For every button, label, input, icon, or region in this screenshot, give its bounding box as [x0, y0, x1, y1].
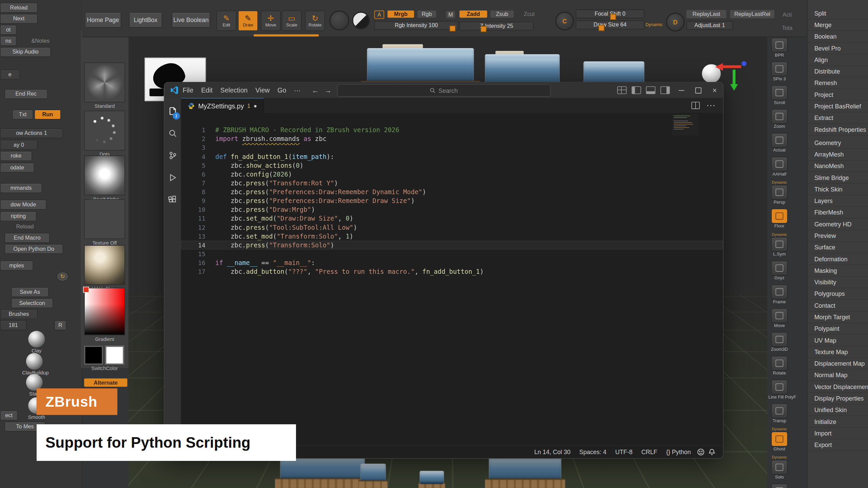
tool-subpalette-item-polygroups[interactable]: Polygroups — [808, 288, 868, 300]
left-panel-button-open-python-do[interactable]: Open Python Do — [4, 244, 63, 254]
rotate-button[interactable]: ↻Rotate — [305, 11, 325, 31]
tool-menu-item-project-basrelief[interactable]: Project BasRelief — [808, 101, 868, 112]
run-debug-icon[interactable] — [164, 166, 181, 188]
left-panel-button-reload[interactable]: Reload — [4, 222, 45, 232]
left-panel-button-r[interactable]: R — [54, 320, 66, 330]
extensions-icon[interactable] — [164, 189, 181, 211]
tool-menu-item-remesh[interactable]: Remesh — [808, 78, 868, 89]
shelf-button-aahalf[interactable]: AAHalf — [768, 157, 790, 177]
left-panel-button-selecticon[interactable]: SelectIcon — [11, 298, 53, 308]
m-button[interactable]: M — [446, 11, 455, 18]
status-crlf[interactable]: CRLF — [637, 449, 662, 455]
tool-subpalette-item-display-properties[interactable]: Display Properties — [808, 393, 868, 404]
model-bottom-right[interactable] — [485, 454, 565, 488]
home-page-button[interactable]: Home Page — [85, 12, 121, 28]
code-line-15[interactable]: 15 — [181, 249, 723, 258]
shelf-button-rotate[interactable]: Rotate — [768, 356, 790, 376]
status-utf-8[interactable]: UTF-8 — [611, 449, 637, 455]
tool-subpalette-item-initialize[interactable]: Initialize — [808, 416, 868, 428]
tool-subpalette-item-preview[interactable]: Preview — [808, 230, 868, 242]
shelf-button-solo[interactable]: DynamicSolo — [768, 455, 790, 480]
left-panel-button-item[interactable]: ↻ — [57, 272, 69, 282]
tool-subpalette-item-nanomesh[interactable]: NanoMesh — [808, 160, 868, 172]
draw-size-slider[interactable]: Draw Size 64 — [576, 20, 644, 29]
cut-button-bottom[interactable]: Tota — [777, 24, 797, 32]
left-panel-button-next[interactable]: Next — [0, 14, 38, 24]
brush-strip-item-texture-off[interactable]: Texture Off — [84, 199, 125, 246]
menu-edit[interactable]: Edit — [197, 86, 217, 94]
nav-forward-icon[interactable]: → — [324, 86, 332, 94]
zcut-button[interactable]: Zcut — [519, 11, 539, 18]
shelf-button-xpose[interactable]: Xpose — [768, 484, 790, 488]
tool-subpalette-item-visibility[interactable]: Visibility — [808, 277, 868, 288]
tool-subpalette-item-geometry-hd[interactable]: Geometry HD — [808, 219, 868, 230]
tool-subpalette-item-contact[interactable]: Contact — [808, 300, 868, 311]
code-line-2[interactable]: 2import zbrush.commands as zbc — [181, 135, 723, 143]
left-panel-button-dow-mode[interactable]: dow Mode — [0, 200, 46, 209]
tool-menu-item-boolean[interactable]: Boolean — [808, 31, 868, 42]
brush-strip-item-alternate[interactable]: Alternate — [84, 379, 125, 387]
focal-shift-knob[interactable] — [610, 14, 616, 20]
brush-strip-item-switchcolor[interactable]: SwitchColor — [84, 346, 125, 371]
focal-shift-slider[interactable]: Focal Shift 0 — [576, 9, 644, 18]
mrgb-button[interactable]: Mrgb — [388, 11, 414, 18]
code-line-6[interactable]: 6 zbc.config(2026) — [181, 170, 723, 179]
rgb-button[interactable]: Rgb — [417, 11, 436, 18]
notifications-bell-icon[interactable] — [706, 448, 717, 456]
tool-menu-item-bevel-pro[interactable]: Bevel Pro — [808, 43, 868, 54]
left-panel-button-end-rec[interactable]: End Rec — [4, 89, 47, 99]
left-panel-button-notes[interactable]: &Notes — [23, 36, 58, 46]
tool-menu-item-project[interactable]: Project — [808, 89, 868, 101]
a-chip-button[interactable]: A — [374, 11, 384, 19]
left-panel-button-skip-audio[interactable]: Skip Audio — [0, 47, 51, 57]
tool-subpalette-item-uv-map[interactable]: UV Map — [808, 335, 868, 346]
search-input[interactable]: Search — [337, 84, 550, 97]
toggle-sidebar-right-icon[interactable] — [660, 86, 670, 94]
tool-menu-item-distribute[interactable]: Distribute — [808, 66, 868, 77]
code-line-11[interactable]: 11 zbc.set_mod("Draw:Draw Size", 0) — [181, 214, 723, 223]
tool-subpalette-item-texture-map[interactable]: Texture Map — [808, 346, 868, 358]
source-control-icon[interactable] — [164, 144, 181, 166]
left-panel-button-save-as[interactable]: Save As — [11, 287, 49, 297]
search-view-icon[interactable] — [164, 122, 181, 144]
left-panel-button-ect[interactable]: ect — [0, 410, 18, 420]
left-panel-button-mmands[interactable]: mmands — [0, 183, 42, 193]
menu-selection[interactable]: Selection — [216, 86, 251, 94]
lightbox-button[interactable]: LightBox — [129, 12, 162, 28]
status-ln-14-col-30[interactable]: Ln 14, Col 30 — [530, 449, 575, 455]
tool-menu-item-redshift-properties[interactable]: Redshift Properties — [808, 124, 868, 136]
tool-menu-item-align[interactable]: Align — [808, 54, 868, 66]
left-panel-button-ot[interactable]: ot — [0, 25, 17, 35]
code-line-5[interactable]: 5 zbc.show_actions(0) — [181, 161, 723, 170]
shelf-button-scroll[interactable]: Scroll — [768, 85, 790, 105]
z-intensity-slider[interactable]: Z Intensity 25 — [459, 22, 534, 30]
close-button[interactable]: × — [706, 82, 723, 98]
left-panel-button-odate[interactable]: odate — [0, 163, 34, 172]
tool-menu-item-extract[interactable]: Extract — [808, 112, 868, 124]
z-intensity-knob[interactable] — [480, 26, 487, 32]
split-editor-icon[interactable] — [691, 102, 699, 109]
code-line-8[interactable]: 8 zbc.press("Preferences:Draw:Remember D… — [181, 187, 723, 196]
left-panel-button-e[interactable]: e — [0, 70, 20, 80]
menu-go[interactable]: Go — [274, 86, 290, 94]
tool-subpalette-item-polypaint[interactable]: Polypaint — [808, 323, 868, 334]
tool-subpalette-item-vector-displacement[interactable]: Vector Displacement — [808, 381, 868, 393]
tool-subpalette-item-slime-bridge[interactable]: Slime Bridge — [808, 172, 868, 184]
tool-menu-item-merge[interactable]: Merge — [808, 19, 868, 31]
left-panel-button-txt[interactable]: Txt — [12, 109, 33, 119]
brush-strip-item-brushalpha[interactable]: ~BrushAlpha — [84, 156, 125, 202]
brush-strip-item-mah-shiny[interactable]: MAH_Shiny — [84, 245, 125, 291]
left-panel-button-ns[interactable]: ns — [0, 36, 17, 46]
nav-back-icon[interactable]: ← — [312, 86, 319, 94]
left-panel-button-181[interactable]: 181 — [0, 320, 26, 330]
tool-subpalette-item-arraymesh[interactable]: ArrayMesh — [808, 149, 868, 160]
shelf-button-actual[interactable]: Actual — [768, 133, 790, 153]
focal-shift-icon[interactable]: C — [555, 12, 574, 30]
code-line-10[interactable]: 10 zbc.press("Draw:Mrgb") — [181, 205, 723, 214]
maximize-button[interactable] — [690, 82, 706, 98]
rgb-intensity-knob[interactable] — [450, 25, 456, 32]
shelf-button-bpr[interactable]: BPR — [768, 38, 790, 58]
toggle-sidebar-left-icon[interactable] — [632, 86, 641, 94]
live-boolean-button[interactable]: Live Boolean — [172, 12, 210, 28]
left-panel-button-mples[interactable]: mples — [0, 261, 33, 270]
